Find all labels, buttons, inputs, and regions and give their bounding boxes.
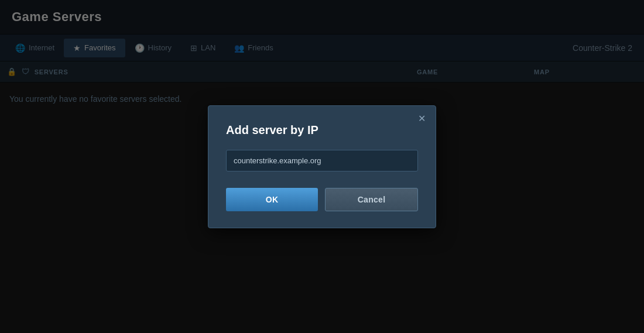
modal-close-button[interactable]: ✕: [415, 112, 429, 126]
server-ip-input[interactable]: [226, 150, 418, 171]
add-server-modal: ✕ Add server by IP OK Cancel: [208, 105, 436, 228]
close-icon: ✕: [418, 113, 426, 124]
modal-overlay: ✕ Add server by IP OK Cancel: [0, 0, 644, 333]
ok-button[interactable]: OK: [226, 188, 318, 211]
cancel-button[interactable]: Cancel: [325, 188, 418, 211]
modal-buttons: OK Cancel: [226, 188, 418, 211]
modal-title: Add server by IP: [226, 123, 418, 137]
